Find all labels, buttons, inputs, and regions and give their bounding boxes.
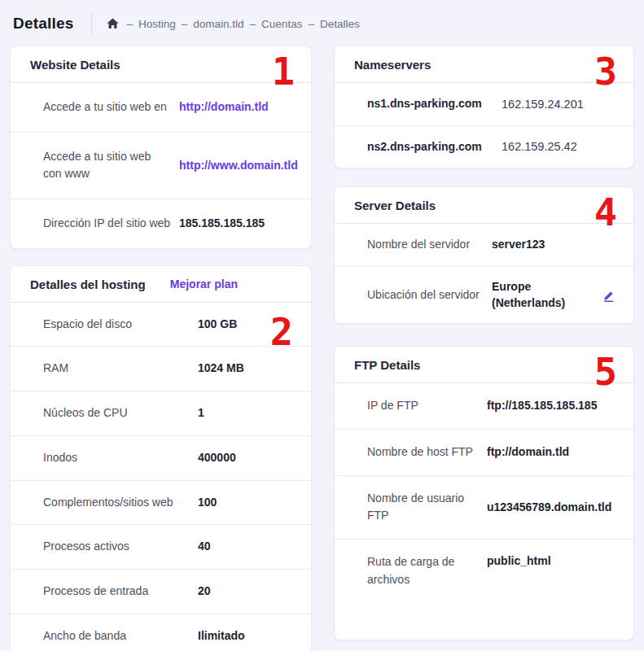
table-row: Núcleos de CPU 1 (11, 391, 311, 435)
page-title: Detalles (10, 15, 91, 33)
nameservers-card: 3 Nameservers ns1.dns-parking.com 162.15… (334, 46, 634, 168)
row-label: Ancho de banda (43, 627, 198, 645)
row-label: Nombre de host FTP (367, 443, 487, 461)
table-row: Nombre del servidor server123 (335, 224, 633, 266)
row-label: Nombre del servidor (367, 236, 492, 254)
breadcrumb-separator: – (126, 18, 133, 30)
row-label: Procesos activos (43, 538, 198, 556)
row-label: Dirección IP del sitio web (43, 215, 179, 233)
row-value: 40 (198, 539, 295, 555)
left-column: 1 Website Details Accede a tu sitio web … (10, 46, 312, 651)
header-divider (91, 13, 92, 34)
breadcrumb: – Hosting – domain.tld – Cuentas – Detal… (107, 18, 359, 30)
server-location-value: Europe (Netherlands) (492, 279, 594, 311)
table-row: Ruta de carga de archivos public_html (335, 539, 633, 602)
table-row: Procesos de entrada 20 (11, 569, 311, 614)
breadcrumb-item-domain[interactable]: domain.tld (193, 18, 243, 30)
hosting-details-header: Detalles del hosting Mejorar plan (11, 266, 311, 303)
table-row: Complementos/sitios web 100 (11, 480, 311, 525)
table-row: IP de FTP ftp://185.185.185.185 (335, 383, 633, 429)
row-value: 1 (198, 405, 295, 422)
table-row: ns2.dns-parking.com 162.159.25.42 (335, 125, 633, 168)
ftp-ip-value: ftp://185.185.185.185 (487, 398, 617, 414)
row-value: 100 (198, 495, 295, 511)
table-row: Espacio del disco 100 GB (11, 303, 311, 347)
row-label: Procesos de entrada (43, 583, 198, 601)
row-value: 100 GB (198, 317, 295, 333)
row-label: Accede a tu sitio web con www (43, 148, 179, 183)
home-icon[interactable] (107, 18, 119, 29)
table-row: RAM 1024 MB (11, 346, 311, 391)
table-row: Dirección IP del sitio web 185.185.185.1… (11, 199, 311, 248)
website-details-card: 1 Website Details Accede a tu sitio web … (10, 46, 312, 249)
row-label: Accede a tu sitio web en (43, 98, 179, 116)
table-row: Ancho de banda Ilimitado (11, 614, 311, 651)
table-row: Accede a tu sitio web en http://domain.t… (11, 83, 311, 132)
row-label: Núcleos de CPU (43, 404, 198, 422)
table-row: Ubicación del servidor Europe (Netherlan… (335, 266, 633, 323)
table-row: Accede a tu sitio web con www http://www… (11, 132, 311, 199)
content-columns: 1 Website Details Accede a tu sitio web … (10, 46, 634, 651)
server-location-cell: Europe (Netherlands) (492, 279, 617, 311)
ftp-hostname-value: ftp://domain.tld (487, 444, 617, 461)
upgrade-plan-link[interactable]: Mejorar plan (170, 277, 238, 291)
table-row: Procesos activos 40 (11, 524, 311, 569)
nameserver-ip: 162.159.24.201 (502, 96, 617, 112)
row-label: Complementos/sitios web (43, 494, 198, 512)
row-value: 20 (198, 583, 295, 600)
card-title: FTP Details (354, 358, 420, 372)
row-label: Inodos (43, 449, 198, 467)
table-row: ns1.dns-parking.com 162.159.24.201 (335, 83, 633, 125)
site-url-link[interactable]: http://domain.tld (179, 99, 295, 116)
server-details-header: Server Details (335, 187, 633, 224)
breadcrumb-separator: – (250, 18, 256, 30)
breadcrumb-separator: – (182, 18, 188, 30)
ftp-upload-path-value: public_html (487, 553, 617, 570)
row-value: 1024 MB (198, 360, 295, 377)
ftp-details-header: FTP Details (335, 347, 633, 383)
breadcrumb-item-detalles[interactable]: Detalles (320, 18, 360, 30)
card-title: Website Details (30, 58, 120, 72)
site-www-url-link[interactable]: http://www.domain.tld (179, 158, 298, 174)
right-column: 3 Nameservers ns1.dns-parking.com 162.15… (334, 46, 634, 640)
table-row: Nombre de host FTP ftp://domain.tld (335, 429, 633, 475)
server-name-value: server123 (492, 237, 617, 253)
row-label: IP de FTP (367, 397, 487, 415)
row-value: 400000 (198, 450, 295, 466)
card-title: Nameservers (354, 58, 431, 72)
row-label: RAM (43, 360, 198, 378)
breadcrumb-separator: – (308, 18, 314, 30)
row-label: Nombre de usuario FTP (367, 490, 487, 525)
ftp-details-card: 5 FTP Details IP de FTP ftp://185.185.18… (334, 346, 634, 640)
breadcrumb-item-hosting[interactable]: Hosting (138, 18, 176, 30)
website-details-header: Website Details (11, 46, 311, 83)
breadcrumb-item-cuentas[interactable]: Cuentas (261, 18, 302, 30)
hosting-details-card: 2 Detalles del hosting Mejorar plan Espa… (10, 265, 312, 651)
table-row: Nombre de usuario FTP u123456789.domain.… (335, 475, 633, 539)
table-row: Inodos 400000 (11, 435, 311, 480)
nameservers-header: Nameservers (335, 46, 633, 83)
nameserver-ip: 162.159.25.42 (502, 138, 617, 155)
row-label: Ubicación del servidor (367, 286, 492, 304)
ftp-username-value: u123456789.domain.tld (487, 500, 617, 516)
server-details-card: 4 Server Details Nombre del servidor ser… (334, 186, 634, 324)
hosting-details-page: Detalles – Hosting – domain.tld – Cuenta… (0, 0, 644, 651)
nameserver-host: ns1.dns-parking.com (367, 95, 502, 113)
page-header: Detalles – Hosting – domain.tld – Cuenta… (10, 8, 634, 39)
row-value: Ilimitado (198, 628, 295, 644)
card-title: Server Details (354, 199, 436, 212)
nameserver-host: ns2.dns-parking.com (367, 138, 502, 156)
row-label: Espacio del disco (43, 316, 198, 334)
card-title: Detalles del hosting (30, 277, 146, 291)
edit-location-icon[interactable] (602, 289, 616, 302)
row-label: Ruta de carga de archivos (367, 553, 487, 588)
site-ip-value: 185.185.185.185 (179, 216, 295, 232)
